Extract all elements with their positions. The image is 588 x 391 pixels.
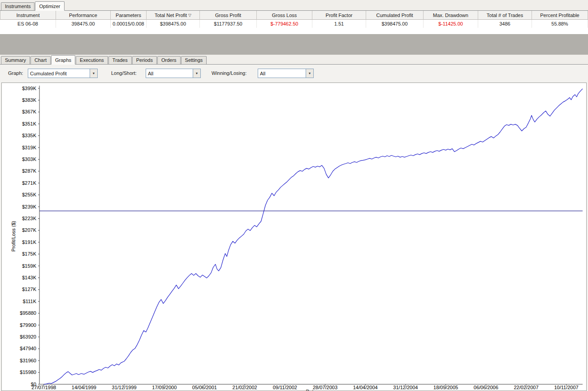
column-header-label: Total Net Profit — [155, 13, 187, 18]
svg-text:$111K: $111K — [23, 299, 37, 304]
svg-text:$319K: $319K — [22, 145, 36, 150]
analysis-panel: Summary Chart Graphs Executions Trades P… — [0, 55, 588, 391]
svg-text:14/04/1999: 14/04/1999 — [72, 385, 96, 390]
chevron-down-icon[interactable]: ▼ — [306, 69, 313, 78]
svg-text:$399K: $399K — [22, 86, 36, 91]
svg-text:27/07/1998: 27/07/1998 — [31, 385, 56, 390]
chart-canvas: $0$15980$31960$47940$63920$79900$95880$1… — [2, 83, 586, 391]
column-header-gross-loss[interactable]: Gross Loss — [257, 11, 312, 20]
svg-text:18/09/2005: 18/09/2005 — [433, 385, 458, 390]
svg-text:31/12/1999: 31/12/1999 — [112, 385, 137, 390]
grid-data-row[interactable]: ES 06-08 398475.00 0.00015/0.008 $398475… — [0, 20, 588, 28]
svg-text:$63920: $63920 — [20, 334, 36, 339]
grid-header-row: Instrument Performance Parameters Total … — [0, 11, 588, 20]
svg-text:$207K: $207K — [22, 227, 36, 233]
winning-losing-select[interactable]: All ▼ — [258, 69, 314, 78]
long-short-label: Long/Short: — [111, 70, 137, 76]
cell-performance: 398475.00 — [56, 20, 111, 28]
svg-text:10/11/2007: 10/11/2007 — [554, 385, 578, 390]
column-header-profit-factor[interactable]: Profit Factor — [312, 11, 366, 20]
svg-text:Date: Date — [306, 389, 316, 391]
svg-text:$335K: $335K — [22, 133, 36, 138]
graph-select-value: Cumulated Profit — [28, 71, 90, 76]
column-header-percent-profitable[interactable]: Percent Profitable — [532, 11, 588, 20]
svg-text:$15980: $15980 — [20, 369, 36, 375]
cell-percent-profitable: 55.88% — [532, 20, 588, 28]
grid-empty-row — [0, 28, 588, 34]
analysis-tabstrip: Summary Chart Graphs Executions Trades P… — [0, 55, 588, 65]
svg-text:28/07/2003: 28/07/2003 — [313, 385, 337, 390]
svg-text:06/06/2006: 06/06/2006 — [474, 385, 498, 390]
svg-text:Profit/Loss ($): Profit/Loss ($) — [11, 221, 16, 252]
svg-text:$223K: $223K — [22, 216, 36, 221]
svg-text:$95880: $95880 — [20, 310, 36, 316]
svg-text:$175K: $175K — [22, 251, 36, 256]
grid-background — [0, 34, 588, 55]
cell-gross-profit: $1177937.50 — [200, 20, 257, 28]
column-header-gross-profit[interactable]: Gross Profit — [200, 11, 257, 20]
svg-text:$367K: $367K — [22, 109, 36, 114]
column-header-total-net-profit[interactable]: Total Net Profit ▽ — [147, 11, 200, 20]
svg-text:31/12/2004: 31/12/2004 — [393, 385, 418, 390]
svg-text:$255K: $255K — [22, 192, 36, 197]
column-header-instrument[interactable]: Instrument — [0, 11, 56, 20]
optimizer-results-grid: Instrument Performance Parameters Total … — [0, 11, 588, 34]
tab-graphs[interactable]: Graphs — [51, 55, 75, 65]
svg-text:$47940: $47940 — [20, 346, 36, 351]
graph-filter-bar: Graph: Cumulated Profit ▼ Long/Short: Al… — [0, 65, 588, 83]
svg-text:17/09/2000: 17/09/2000 — [152, 385, 177, 390]
tab-settings[interactable]: Settings — [181, 56, 207, 64]
tab-executions[interactable]: Executions — [76, 56, 108, 64]
tab-instruments[interactable]: Instruments — [1, 2, 35, 10]
graph-label: Graph: — [8, 70, 23, 76]
cell-gross-loss: $-779462.50 — [257, 20, 312, 28]
column-header-max-drawdown[interactable]: Max. Drawdown — [424, 11, 478, 20]
chevron-down-icon[interactable]: ▼ — [193, 69, 200, 78]
svg-text:$191K: $191K — [22, 239, 36, 245]
cell-instrument: ES 06-08 — [0, 20, 56, 28]
svg-text:22/02/2007: 22/02/2007 — [514, 385, 538, 390]
cell-total-net-profit: $398475.00 — [147, 20, 200, 28]
tab-optimizer[interactable]: Optimizer — [35, 1, 64, 11]
strategy-analyzer-window: Instruments Optimizer Instrument Perform… — [0, 0, 588, 391]
graph-select[interactable]: Cumulated Profit ▼ — [28, 69, 98, 78]
winning-losing-select-value: All — [258, 71, 306, 76]
svg-text:05/06/2001: 05/06/2001 — [192, 385, 217, 390]
svg-text:09/11/2002: 09/11/2002 — [273, 385, 297, 390]
cell-cumulated-profit: $398475.00 — [366, 20, 424, 28]
tab-trades[interactable]: Trades — [108, 56, 132, 64]
svg-text:$127K: $127K — [22, 287, 36, 292]
cell-max-drawdown: $-11425.00 — [424, 20, 478, 28]
svg-text:$79900: $79900 — [20, 322, 36, 328]
svg-text:14/04/2004: 14/04/2004 — [353, 385, 378, 390]
svg-text:21/02/2002: 21/02/2002 — [233, 385, 257, 390]
svg-text:$239K: $239K — [22, 204, 36, 209]
svg-text:$271K: $271K — [22, 180, 36, 186]
svg-text:$159K: $159K — [22, 263, 36, 269]
chevron-down-icon[interactable]: ▼ — [90, 69, 97, 78]
cell-parameters: 0.00015/0.008 — [111, 20, 147, 28]
column-header-performance[interactable]: Performance — [56, 11, 111, 20]
column-header-cumulated-profit[interactable]: Cumulated Profit — [366, 11, 424, 20]
cell-profit-factor: 1.51 — [312, 20, 366, 28]
svg-text:$303K: $303K — [22, 156, 36, 162]
cumulated-profit-chart: $0$15980$31960$47940$63920$79900$95880$1… — [1, 83, 587, 391]
main-tabstrip: Instruments Optimizer — [0, 0, 588, 11]
cell-total-trades: 3486 — [478, 20, 532, 28]
svg-text:$351K: $351K — [22, 121, 36, 126]
svg-text:$383K: $383K — [22, 97, 36, 103]
column-header-parameters[interactable]: Parameters — [111, 11, 147, 20]
tab-periods[interactable]: Periods — [132, 56, 157, 64]
svg-text:$287K: $287K — [22, 168, 36, 174]
tab-summary[interactable]: Summary — [1, 56, 30, 64]
long-short-select-value: All — [146, 71, 193, 76]
column-header-total-trades[interactable]: Total # of Trades — [478, 11, 532, 20]
svg-text:$143K: $143K — [22, 275, 36, 280]
tab-chart[interactable]: Chart — [30, 56, 51, 64]
winning-losing-label: Winning/Losing: — [212, 70, 246, 76]
sort-descending-icon: ▽ — [188, 13, 191, 17]
long-short-select[interactable]: All ▼ — [146, 69, 201, 78]
tab-orders[interactable]: Orders — [157, 56, 181, 64]
svg-text:$31960: $31960 — [20, 358, 36, 363]
